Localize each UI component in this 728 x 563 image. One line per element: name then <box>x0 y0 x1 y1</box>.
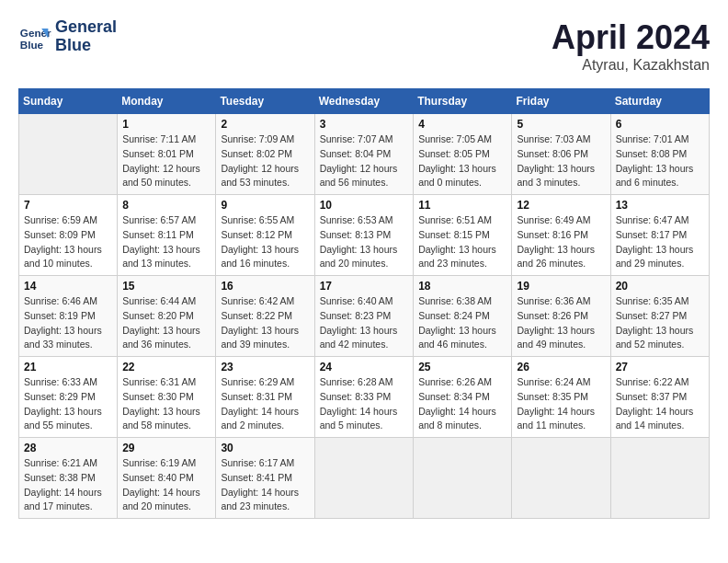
weekday-header-saturday: Saturday <box>610 89 709 114</box>
weekday-header-sunday: Sunday <box>19 89 118 114</box>
logo: General Blue General Blue <box>18 18 117 55</box>
day-number: 26 <box>517 361 605 373</box>
logo-text-general: General <box>55 18 117 37</box>
calendar-week-row: 28Sunrise: 6:21 AM Sunset: 8:38 PM Dayli… <box>19 438 710 519</box>
calendar-day-cell: 16Sunrise: 6:42 AM Sunset: 8:22 PM Dayli… <box>216 276 314 357</box>
day-number: 1 <box>122 118 210 131</box>
day-info: Sunrise: 6:38 AM Sunset: 8:24 PM Dayligh… <box>418 294 506 352</box>
weekday-header-monday: Monday <box>118 89 216 114</box>
day-info: Sunrise: 7:09 AM Sunset: 8:02 PM Dayligh… <box>221 132 309 190</box>
day-info: Sunrise: 6:53 AM Sunset: 8:13 PM Dayligh… <box>320 213 409 271</box>
day-number: 3 <box>320 118 409 131</box>
day-info: Sunrise: 6:42 AM Sunset: 8:22 PM Dayligh… <box>221 294 309 352</box>
day-info: Sunrise: 6:36 AM Sunset: 8:26 PM Dayligh… <box>517 294 605 352</box>
day-number: 7 <box>24 199 112 212</box>
day-number: 16 <box>221 280 309 293</box>
calendar-day-cell: 3Sunrise: 7:07 AM Sunset: 8:04 PM Daylig… <box>314 114 414 195</box>
day-info: Sunrise: 6:35 AM Sunset: 8:27 PM Dayligh… <box>616 294 704 352</box>
calendar-day-cell: 20Sunrise: 6:35 AM Sunset: 8:27 PM Dayli… <box>610 276 709 357</box>
calendar-day-cell: 10Sunrise: 6:53 AM Sunset: 8:13 PM Dayli… <box>314 195 414 276</box>
day-info: Sunrise: 6:46 AM Sunset: 8:19 PM Dayligh… <box>24 294 112 352</box>
page-header: General Blue General Blue April 2024 Aty… <box>18 18 710 74</box>
day-info: Sunrise: 6:22 AM Sunset: 8:37 PM Dayligh… <box>616 375 704 433</box>
calendar-day-cell: 5Sunrise: 7:03 AM Sunset: 8:06 PM Daylig… <box>512 114 610 195</box>
day-number: 14 <box>24 280 112 293</box>
calendar-day-cell: 12Sunrise: 6:49 AM Sunset: 8:16 PM Dayli… <box>512 195 610 276</box>
calendar-day-cell: 30Sunrise: 6:17 AM Sunset: 8:41 PM Dayli… <box>216 438 314 519</box>
calendar-day-cell: 24Sunrise: 6:28 AM Sunset: 8:33 PM Dayli… <box>314 357 414 438</box>
calendar-body: 1Sunrise: 7:11 AM Sunset: 8:01 PM Daylig… <box>19 114 710 519</box>
calendar-day-cell <box>610 438 709 519</box>
day-number: 5 <box>517 118 605 131</box>
day-number: 27 <box>616 361 704 373</box>
day-number: 23 <box>221 361 309 373</box>
day-info: Sunrise: 6:47 AM Sunset: 8:17 PM Dayligh… <box>616 213 704 271</box>
day-info: Sunrise: 6:19 AM Sunset: 8:40 PM Dayligh… <box>122 456 210 514</box>
day-number: 6 <box>616 118 704 131</box>
month-title: April 2024 <box>552 18 710 57</box>
day-number: 4 <box>418 118 506 131</box>
day-info: Sunrise: 6:44 AM Sunset: 8:20 PM Dayligh… <box>122 294 210 352</box>
day-info: Sunrise: 6:21 AM Sunset: 8:38 PM Dayligh… <box>24 456 112 514</box>
day-info: Sunrise: 6:24 AM Sunset: 8:35 PM Dayligh… <box>517 375 605 433</box>
calendar-day-cell: 15Sunrise: 6:44 AM Sunset: 8:20 PM Dayli… <box>118 276 216 357</box>
weekday-header-friday: Friday <box>512 89 610 114</box>
day-info: Sunrise: 6:49 AM Sunset: 8:16 PM Dayligh… <box>517 213 605 271</box>
day-number: 11 <box>418 199 506 212</box>
calendar-day-cell: 14Sunrise: 6:46 AM Sunset: 8:19 PM Dayli… <box>19 276 118 357</box>
day-info: Sunrise: 7:07 AM Sunset: 8:04 PM Dayligh… <box>320 132 409 190</box>
calendar-day-cell <box>19 114 118 195</box>
calendar-day-cell: 29Sunrise: 6:19 AM Sunset: 8:40 PM Dayli… <box>118 438 216 519</box>
calendar-day-cell: 6Sunrise: 7:01 AM Sunset: 8:08 PM Daylig… <box>610 114 709 195</box>
day-number: 28 <box>24 442 112 454</box>
calendar-day-cell: 27Sunrise: 6:22 AM Sunset: 8:37 PM Dayli… <box>610 357 709 438</box>
weekday-header-row: SundayMondayTuesdayWednesdayThursdayFrid… <box>19 89 710 114</box>
calendar-day-cell: 19Sunrise: 6:36 AM Sunset: 8:26 PM Dayli… <box>512 276 610 357</box>
calendar-day-cell <box>314 438 414 519</box>
calendar-day-cell: 9Sunrise: 6:55 AM Sunset: 8:12 PM Daylig… <box>216 195 314 276</box>
day-info: Sunrise: 6:55 AM Sunset: 8:12 PM Dayligh… <box>221 213 309 271</box>
day-number: 20 <box>616 280 704 293</box>
day-info: Sunrise: 6:57 AM Sunset: 8:11 PM Dayligh… <box>122 213 210 271</box>
logo-text-blue: Blue <box>55 37 117 55</box>
day-number: 30 <box>221 442 309 454</box>
calendar-day-cell: 26Sunrise: 6:24 AM Sunset: 8:35 PM Dayli… <box>512 357 610 438</box>
svg-text:Blue: Blue <box>20 38 44 50</box>
calendar-day-cell: 18Sunrise: 6:38 AM Sunset: 8:24 PM Dayli… <box>414 276 512 357</box>
day-number: 21 <box>24 361 112 373</box>
day-number: 12 <box>517 199 605 212</box>
weekday-header-tuesday: Tuesday <box>216 89 314 114</box>
calendar-week-row: 7Sunrise: 6:59 AM Sunset: 8:09 PM Daylig… <box>19 195 710 276</box>
day-number: 9 <box>221 199 309 212</box>
calendar-day-cell: 17Sunrise: 6:40 AM Sunset: 8:23 PM Dayli… <box>314 276 414 357</box>
day-number: 24 <box>320 361 409 373</box>
day-info: Sunrise: 6:29 AM Sunset: 8:31 PM Dayligh… <box>221 375 309 433</box>
calendar-day-cell <box>512 438 610 519</box>
day-info: Sunrise: 6:51 AM Sunset: 8:15 PM Dayligh… <box>418 213 506 271</box>
title-block: April 2024 Atyrau, Kazakhstan <box>552 18 710 74</box>
calendar-day-cell <box>414 438 512 519</box>
calendar-day-cell: 8Sunrise: 6:57 AM Sunset: 8:11 PM Daylig… <box>118 195 216 276</box>
calendar-day-cell: 22Sunrise: 6:31 AM Sunset: 8:30 PM Dayli… <box>118 357 216 438</box>
day-number: 29 <box>122 442 210 454</box>
day-number: 15 <box>122 280 210 293</box>
calendar-week-row: 14Sunrise: 6:46 AM Sunset: 8:19 PM Dayli… <box>19 276 710 357</box>
day-info: Sunrise: 6:40 AM Sunset: 8:23 PM Dayligh… <box>320 294 409 352</box>
day-info: Sunrise: 6:17 AM Sunset: 8:41 PM Dayligh… <box>221 456 309 514</box>
day-number: 10 <box>320 199 409 212</box>
day-info: Sunrise: 6:59 AM Sunset: 8:09 PM Dayligh… <box>24 213 112 271</box>
calendar-day-cell: 28Sunrise: 6:21 AM Sunset: 8:38 PM Dayli… <box>19 438 118 519</box>
day-info: Sunrise: 6:33 AM Sunset: 8:29 PM Dayligh… <box>24 375 112 433</box>
calendar-day-cell: 25Sunrise: 6:26 AM Sunset: 8:34 PM Dayli… <box>414 357 512 438</box>
calendar-day-cell: 7Sunrise: 6:59 AM Sunset: 8:09 PM Daylig… <box>19 195 118 276</box>
day-number: 2 <box>221 118 309 131</box>
location-title: Atyrau, Kazakhstan <box>552 57 710 74</box>
day-info: Sunrise: 7:03 AM Sunset: 8:06 PM Dayligh… <box>517 132 605 190</box>
day-number: 22 <box>122 361 210 373</box>
day-info: Sunrise: 6:28 AM Sunset: 8:33 PM Dayligh… <box>320 375 409 433</box>
weekday-header-thursday: Thursday <box>414 89 512 114</box>
calendar-week-row: 1Sunrise: 7:11 AM Sunset: 8:01 PM Daylig… <box>19 114 710 195</box>
day-info: Sunrise: 6:31 AM Sunset: 8:30 PM Dayligh… <box>122 375 210 433</box>
weekday-header-wednesday: Wednesday <box>314 89 414 114</box>
day-number: 25 <box>418 361 506 373</box>
